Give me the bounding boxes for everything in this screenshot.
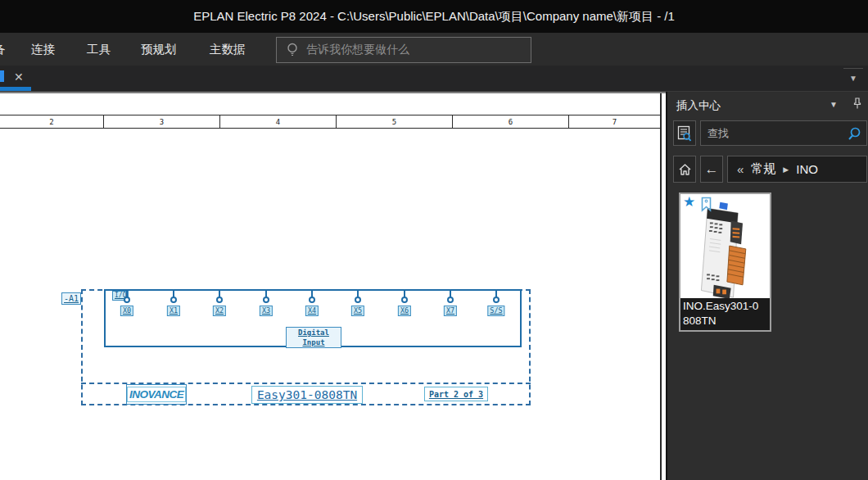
ruler-column-6: 6: [453, 115, 569, 128]
model-label[interactable]: Easy301-0808TN: [251, 386, 363, 404]
tab-close-icon[interactable]: ✕: [14, 69, 24, 85]
search-icon[interactable]: [847, 126, 861, 141]
pin-circle-icon: [216, 297, 223, 303]
pin-label[interactable]: X7: [444, 306, 457, 316]
column-ruler: 234567: [0, 115, 660, 129]
pin-label[interactable]: S/S: [487, 306, 504, 316]
pin-icon[interactable]: [852, 97, 862, 113]
pin-circle-icon: [170, 297, 177, 303]
breadcrumb[interactable]: « 常规 ▶ INO: [727, 156, 867, 183]
ribbon-menu-bar: 设备连接工具预规划主数据 告诉我你想要做什么: [0, 33, 868, 66]
breadcrumb-current[interactable]: INO: [796, 162, 818, 176]
device-card-label-line2: 808TN: [683, 314, 770, 328]
breadcrumb-root[interactable]: 常规: [751, 161, 775, 177]
pin-label[interactable]: X2: [213, 306, 226, 316]
active-tab-indicator: [0, 87, 31, 91]
device-list-view-button[interactable]: [673, 120, 696, 146]
menu-item-1[interactable]: 连接: [31, 33, 55, 66]
panel-header: 插入中心 ▼: [667, 92, 868, 120]
bookmark-icon[interactable]: [700, 197, 712, 215]
device-card-label: INO.Easy301-0 808TN: [680, 298, 770, 330]
lightbulb-icon: [287, 43, 298, 57]
pin-circle-icon: [263, 297, 269, 303]
favorite-star-icon[interactable]: ★: [683, 194, 695, 211]
back-button[interactable]: ←: [700, 156, 723, 183]
list-search-icon: [677, 125, 692, 142]
tab-list-dropdown-icon[interactable]: ▼: [843, 68, 863, 87]
pin-circle-icon: [309, 297, 315, 303]
device-tag-label[interactable]: -A1: [61, 292, 81, 305]
breadcrumb-collapse-icon[interactable]: «: [737, 162, 744, 176]
device-photo: [680, 196, 770, 301]
pin-label[interactable]: X6: [398, 306, 411, 316]
function-label[interactable]: Digital Input: [286, 327, 341, 348]
drawing-canvas[interactable]: 234567 -A1 I/O X0X1X2X3X4X5X6X7S/S Digit…: [0, 92, 666, 480]
menu-item-4[interactable]: 主数据: [210, 33, 246, 66]
pin-circle-icon: [124, 297, 130, 303]
ruler-column-4: 4: [220, 115, 337, 128]
page-tab-icon[interactable]: [0, 70, 4, 82]
pin-label[interactable]: X4: [305, 306, 319, 316]
insert-center-search-input[interactable]: 查找: [700, 120, 867, 146]
back-arrow-icon: ←: [705, 161, 719, 178]
ruler-column-5: 5: [337, 115, 453, 128]
window-title: EPLAN Electric P8 2024 - C:\Users\Public…: [193, 9, 675, 25]
pin-label[interactable]: X3: [260, 306, 273, 316]
pin-label[interactable]: X0: [120, 306, 133, 316]
brand-logo-text: INOVANCE: [127, 387, 186, 402]
breadcrumb-separator-icon: ▶: [783, 165, 789, 174]
ruler-column-7: 7: [569, 115, 660, 128]
device-card-label-line1: INO.Easy301-0: [683, 299, 770, 314]
sheet-right-border: [660, 93, 662, 480]
pin-circle-icon: [401, 297, 408, 303]
canvas-top-border: [0, 92, 666, 93]
pin-circle-icon: [447, 297, 454, 303]
part-count-label[interactable]: Part 2 of 3: [424, 387, 488, 401]
pin-label[interactable]: X5: [351, 306, 364, 316]
ribbon-search-placeholder: 告诉我你想要做什么: [306, 43, 409, 57]
panel-dropdown-icon[interactable]: ▼: [830, 100, 838, 109]
pin-label[interactable]: X1: [167, 306, 180, 316]
insert-center-panel: 插入中心 ▼ 查找: [666, 92, 868, 480]
ruler-column-2: 2: [0, 115, 104, 128]
device-card[interactable]: ★ INO.Easy301-0 808TN: [679, 192, 771, 332]
home-button[interactable]: [673, 156, 696, 183]
title-bar: EPLAN Electric P8 2024 - C:\Users\Public…: [0, 0, 868, 33]
ribbon-search-box[interactable]: 告诉我你想要做什么: [276, 37, 531, 63]
menu-item-2[interactable]: 工具: [87, 33, 111, 66]
menu-item-0[interactable]: 设备: [0, 33, 6, 66]
document-tab-bar: ✕ ▼: [0, 66, 868, 92]
brand-logo-box[interactable]: INOVANCE: [126, 384, 187, 405]
pin-circle-icon: [355, 297, 361, 303]
ruler-column-3: 3: [104, 115, 220, 128]
panel-title: 插入中心: [676, 98, 721, 113]
home-icon: [678, 163, 692, 176]
pin-circle-icon: [493, 297, 500, 303]
search-placeholder: 查找: [708, 126, 847, 141]
menu-item-3[interactable]: 预规划: [141, 33, 177, 66]
